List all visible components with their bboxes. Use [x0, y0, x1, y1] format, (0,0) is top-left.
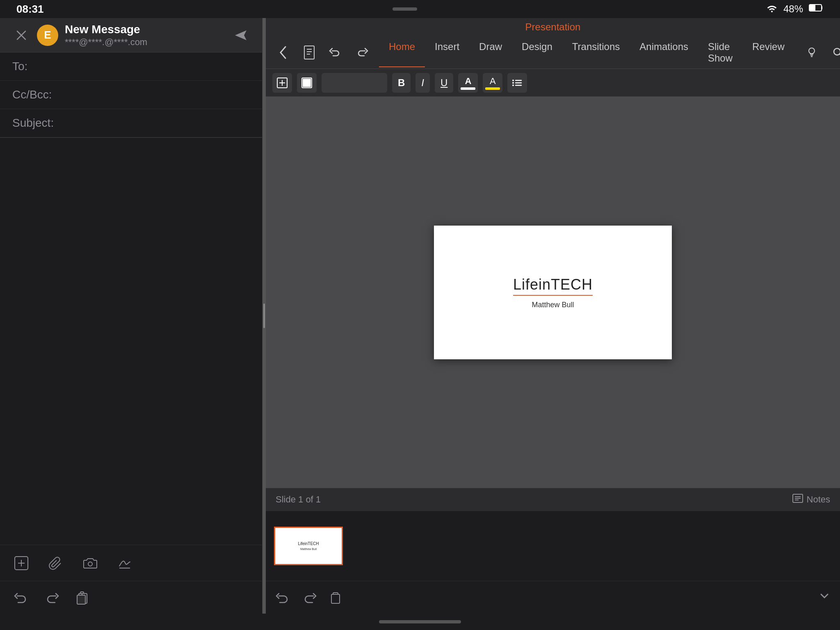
- menu-item-design[interactable]: Design: [512, 38, 562, 67]
- email-bottom-toolbar: [0, 545, 262, 581]
- ppt-redo-button[interactable]: [300, 589, 318, 607]
- email-compose-pane: E New Message ****@****.@****.com To: Cc…: [0, 18, 262, 614]
- close-button[interactable]: [12, 26, 30, 44]
- menu-item-transitions[interactable]: Transitions: [562, 38, 630, 67]
- menu-item-slideshow[interactable]: Slide Show: [698, 38, 742, 67]
- slide-canvas[interactable]: LifeinTECH Matthew Bull: [434, 226, 672, 359]
- send-button[interactable]: [232, 26, 250, 44]
- menu-item-home[interactable]: Home: [379, 38, 425, 67]
- italic-button[interactable]: I: [415, 73, 430, 93]
- slide-bottom-bar: Slide 1 of 1 Notes: [266, 488, 840, 511]
- document-icon[interactable]: [300, 43, 318, 62]
- redo-button[interactable]: [43, 589, 61, 607]
- ppt-bottom-right: [817, 589, 832, 606]
- avatar: E: [37, 25, 58, 46]
- new-slide-button[interactable]: [272, 73, 292, 93]
- status-time: 08:31: [16, 3, 44, 16]
- undo-icon[interactable]: [326, 43, 345, 62]
- cc-bcc-label: Cc/Bcc:: [12, 88, 62, 101]
- ppt-right-icons: [803, 43, 840, 62]
- slide-main-area: LifeinTECH Matthew Bull: [266, 97, 840, 488]
- email-title-area: New Message ****@****.@****.com: [65, 23, 225, 48]
- text-color-button[interactable]: A: [458, 73, 478, 93]
- cc-bcc-field-row: Cc/Bcc:: [0, 81, 262, 109]
- svg-rect-8: [77, 595, 85, 604]
- home-indicator: [379, 620, 461, 623]
- svg-point-10: [809, 48, 815, 54]
- ppt-toolbar: Home Insert Draw Design Transitions Anim…: [266, 36, 840, 69]
- svg-rect-16: [307, 79, 310, 82]
- search-icon[interactable]: [829, 43, 840, 62]
- to-input[interactable]: [62, 60, 250, 73]
- menu-item-insert[interactable]: Insert: [425, 38, 469, 67]
- format-bar: B I U A A: [266, 69, 840, 97]
- slide-subtitle: Matthew Bull: [532, 301, 574, 309]
- undo-button[interactable]: [12, 589, 30, 607]
- attach-icon[interactable]: [47, 554, 65, 572]
- layout-button[interactable]: [297, 73, 317, 93]
- bulb-icon[interactable]: [803, 43, 821, 62]
- camera-icon[interactable]: [81, 554, 99, 572]
- notes-label: Notes: [807, 494, 830, 505]
- to-label: To:: [12, 60, 62, 73]
- email-title: New Message: [65, 23, 225, 36]
- thumb-subtitle-1: Matthew Bull: [300, 548, 317, 550]
- redo-icon[interactable]: [353, 43, 371, 62]
- slide-thumbnail-strip: LifeinTECH Matthew Bull: [266, 511, 840, 581]
- paste-button[interactable]: [73, 589, 91, 607]
- signature-icon[interactable]: [116, 554, 134, 572]
- subject-field-row: Subject:: [0, 109, 262, 137]
- subject-label: Subject:: [12, 116, 62, 130]
- battery-icon: [809, 3, 824, 15]
- battery-text: 48%: [783, 3, 803, 15]
- presentation-pane: Presentation: [266, 18, 840, 614]
- email-bottom-bar: [0, 581, 262, 614]
- notes-icon: [792, 493, 803, 506]
- bold-button[interactable]: B: [392, 73, 411, 93]
- svg-point-5: [88, 562, 92, 566]
- status-right: 48%: [766, 3, 824, 15]
- thumb-title-1: LifeinTECH: [298, 541, 319, 546]
- menu-item-draw[interactable]: Draw: [469, 38, 512, 67]
- presentation-title: Presentation: [525, 21, 581, 33]
- presentation-title-bar: Presentation: [266, 18, 840, 36]
- svg-rect-17: [303, 83, 310, 87]
- email-from-address: ****@****.@****.com: [65, 37, 225, 48]
- slide-title: LifeinTECH: [513, 276, 593, 296]
- ppt-nav-icons: [274, 43, 371, 62]
- to-field-row: To:: [0, 52, 262, 81]
- status-bar: 08:31 48%: [0, 0, 840, 18]
- email-header: E New Message ****@****.@****.com: [0, 18, 262, 52]
- notes-button[interactable]: Notes: [792, 493, 830, 506]
- slide-thumbnail-1[interactable]: LifeinTECH Matthew Bull: [274, 527, 343, 565]
- ppt-menu: Home Insert Draw Design Transitions Anim…: [379, 38, 794, 67]
- chevron-down-icon[interactable]: [817, 589, 832, 606]
- subject-input[interactable]: [62, 116, 250, 130]
- svg-rect-9: [304, 46, 314, 59]
- svg-rect-28: [331, 594, 340, 603]
- svg-rect-15: [303, 79, 306, 82]
- insert-icon[interactable]: [12, 554, 30, 572]
- email-body[interactable]: [0, 138, 262, 545]
- cc-bcc-input[interactable]: [62, 88, 250, 101]
- wifi-icon: [766, 3, 778, 15]
- home-indicator-bar: [0, 614, 840, 630]
- font-size-input[interactable]: [322, 73, 387, 93]
- main-area: E New Message ****@****.@****.com To: Cc…: [0, 18, 840, 614]
- list-button[interactable]: [507, 73, 527, 93]
- svg-rect-1: [810, 5, 815, 11]
- ppt-undo-button[interactable]: [274, 589, 292, 607]
- menu-item-animations[interactable]: Animations: [630, 38, 698, 67]
- ppt-paste-button[interactable]: [326, 589, 345, 607]
- underline-button[interactable]: U: [435, 73, 453, 93]
- menu-item-review[interactable]: Review: [742, 38, 794, 67]
- status-bar-notch: [393, 7, 417, 11]
- ppt-bottom-bar: [266, 581, 840, 614]
- email-fields: To: Cc/Bcc: Subject:: [0, 52, 262, 138]
- back-button[interactable]: [274, 43, 292, 62]
- highlight-color-button[interactable]: A: [483, 73, 502, 93]
- pane-divider[interactable]: [262, 18, 266, 614]
- slide-info: Slide 1 of 1: [276, 494, 321, 505]
